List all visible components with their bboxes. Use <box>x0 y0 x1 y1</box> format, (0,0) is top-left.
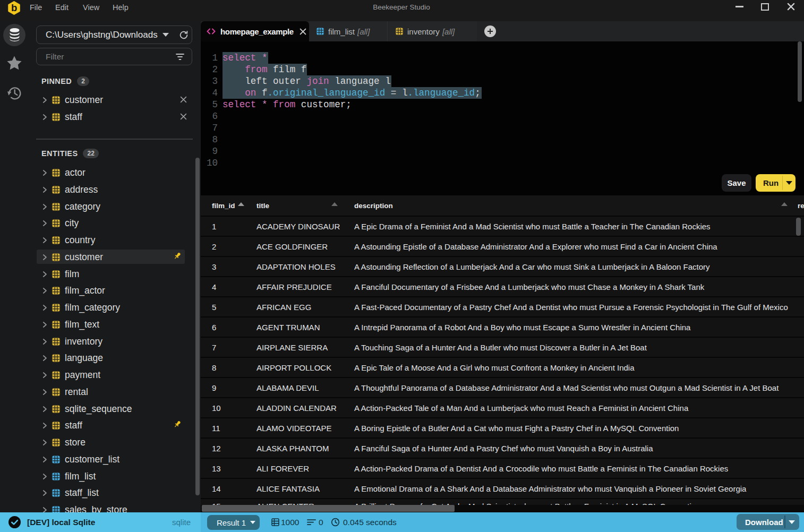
svg-text:b: b <box>11 2 17 13</box>
